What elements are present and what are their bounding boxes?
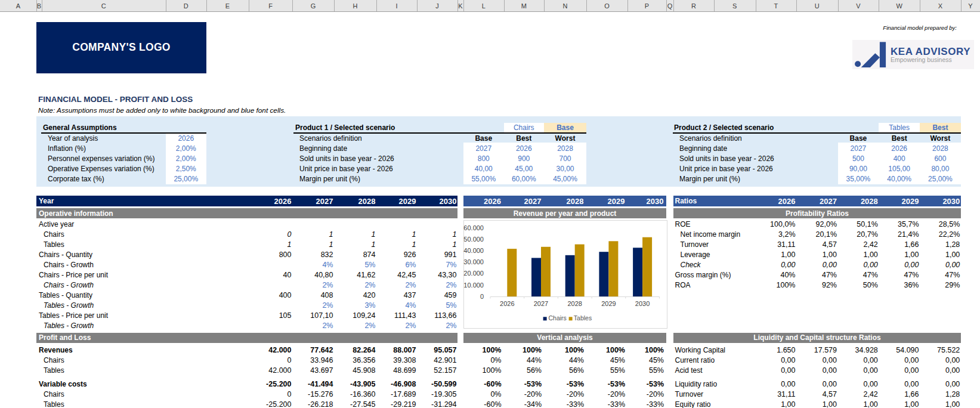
svg-text:2029: 2029 xyxy=(601,300,616,307)
svg-text:60.000: 60.000 xyxy=(463,224,484,231)
svg-text:20.000: 20.000 xyxy=(463,270,484,277)
svg-text:2026: 2026 xyxy=(500,300,514,307)
svg-text:2028: 2028 xyxy=(567,300,582,307)
svg-text:40.000: 40.000 xyxy=(463,247,484,254)
svg-text:50.000: 50.000 xyxy=(463,236,484,243)
svg-text:0: 0 xyxy=(480,293,484,300)
svg-text:Tables: Tables xyxy=(574,314,592,322)
svg-text:10.000: 10.000 xyxy=(463,282,484,289)
svg-text:2030: 2030 xyxy=(635,300,650,307)
svg-text:Chairs: Chairs xyxy=(549,314,567,322)
svg-text:2027: 2027 xyxy=(534,300,548,307)
svg-text:30.000: 30.000 xyxy=(463,258,484,265)
